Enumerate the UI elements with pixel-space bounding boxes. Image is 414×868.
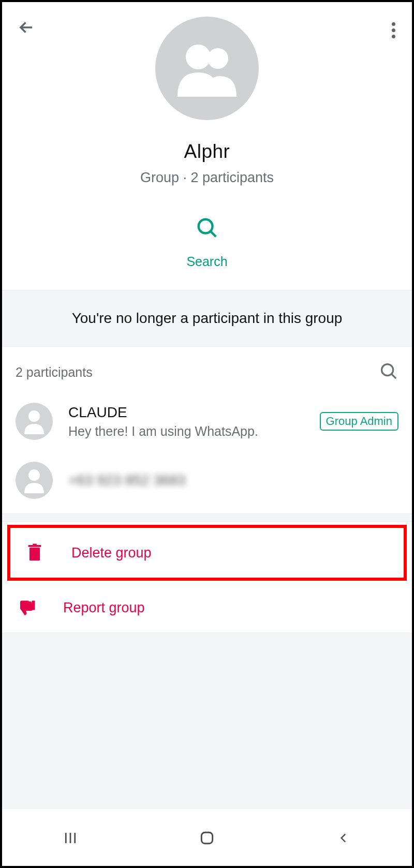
person-icon	[23, 467, 46, 493]
admin-badge: Group Admin	[320, 412, 398, 431]
participant-name: +63 923 852 3683	[68, 472, 398, 489]
search-icon	[195, 216, 219, 240]
svg-point-0	[186, 45, 211, 69]
participant-name: CLAUDE	[68, 404, 304, 421]
back-arrow-icon	[17, 18, 36, 37]
delete-group-button[interactable]: Delete group	[10, 528, 404, 578]
participants-header: 2 participants	[2, 347, 412, 395]
thumbs-down-icon	[17, 598, 36, 617]
group-icon	[173, 39, 241, 98]
svg-point-4	[28, 410, 40, 422]
participants-count: 2 participants	[16, 365, 93, 380]
report-group-button[interactable]: Report group	[2, 583, 412, 632]
dots-vertical-icon	[392, 22, 395, 26]
group-subtitle: Group · 2 participants	[140, 170, 274, 186]
divider	[2, 513, 412, 522]
svg-point-1	[208, 48, 228, 69]
more-options-button[interactable]	[390, 18, 397, 43]
svg-rect-7	[28, 545, 41, 547]
empty-space	[2, 633, 412, 809]
avatar	[16, 403, 53, 440]
recents-button[interactable]	[3, 830, 138, 846]
search-icon	[379, 361, 398, 381]
trash-icon	[27, 543, 42, 562]
chevron-left-icon	[337, 830, 350, 846]
search-label: Search	[186, 254, 227, 269]
nav-back-button[interactable]	[276, 830, 411, 846]
home-icon	[199, 830, 215, 846]
svg-point-2	[199, 219, 213, 233]
participant-row[interactable]: +63 923 852 3683	[2, 447, 412, 513]
svg-point-5	[28, 469, 40, 481]
recents-icon	[63, 830, 78, 846]
search-button[interactable]: Search	[186, 216, 227, 290]
group-name: Alphr	[184, 141, 230, 163]
home-button[interactable]	[139, 830, 274, 846]
avatar	[16, 462, 53, 499]
participant-status: Hey there! I am using WhatsApp.	[68, 424, 304, 439]
svg-rect-13	[201, 832, 212, 843]
participants-search-button[interactable]	[379, 361, 398, 383]
highlight-delete: Delete group	[7, 525, 407, 581]
svg-rect-8	[33, 544, 37, 546]
svg-point-3	[382, 364, 393, 376]
not-participant-banner: You're no longer a participant in this g…	[2, 290, 412, 347]
report-group-label: Report group	[63, 600, 145, 616]
android-nav-bar	[2, 809, 412, 866]
group-profile-section: Alphr Group · 2 participants Search	[2, 2, 412, 290]
participant-row[interactable]: CLAUDE Hey there! I am using WhatsApp. G…	[2, 395, 412, 447]
svg-rect-9	[32, 601, 35, 610]
back-button[interactable]	[17, 18, 36, 39]
delete-group-label: Delete group	[71, 545, 152, 561]
person-icon	[23, 408, 46, 434]
svg-rect-6	[29, 548, 40, 561]
